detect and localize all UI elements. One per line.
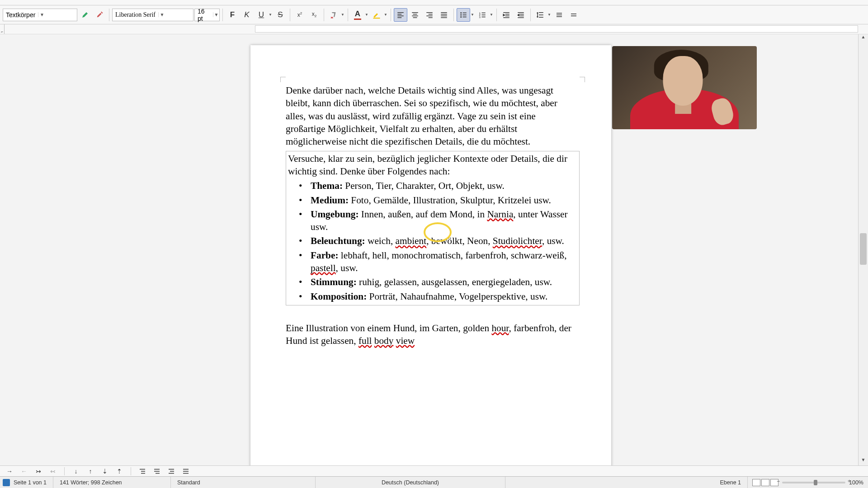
list-item: Beleuchtung: weich, ambient, bewölkt, Ne… — [302, 235, 577, 247]
align-right-button[interactable] — [423, 8, 436, 22]
align-justify-button[interactable] — [437, 8, 451, 22]
back-arrow-icon[interactable]: ← — [18, 466, 30, 476]
scroll-thumb[interactable] — [860, 233, 867, 265]
move-up-icon[interactable]: ↑ — [85, 466, 96, 476]
page-content[interactable]: Denke darüber nach, welche Details wicht… — [286, 84, 580, 349]
outline-level1-icon[interactable] — [137, 466, 148, 476]
font-name-combo[interactable]: Liberation Serif ▼ — [112, 9, 193, 21]
font-size-value: 16 pt — [195, 8, 213, 22]
move-down-icon[interactable]: ↓ — [70, 466, 82, 476]
intro-paragraph[interactable]: Denke darüber nach, welche Details wicht… — [286, 84, 561, 148]
italic-button[interactable]: K — [240, 8, 254, 22]
status-language[interactable]: Deutsch (Deutschland) — [316, 477, 505, 488]
font-name-value: Liberation Serif — [113, 11, 158, 19]
single-page-view-icon[interactable] — [752, 479, 760, 486]
increase-para-spacing-button[interactable] — [552, 8, 566, 22]
chevron-down-icon[interactable]: ▼ — [547, 13, 552, 17]
chevron-down-icon[interactable]: ▼ — [383, 13, 388, 17]
ruler: ⌐ — [0, 24, 868, 34]
formatting-toolbar: Textkörper ▼ Liberation Serif ▼ 16 pt ▼ … — [0, 5, 868, 24]
forward-end-icon[interactable]: ↣ — [33, 466, 44, 476]
chevron-down-icon: ▼ — [38, 12, 45, 17]
margin-corner-icon — [280, 77, 286, 82]
superscript-button[interactable]: x2 — [293, 8, 307, 22]
list-item: Medium: Foto, Gemälde, Illustration, Sku… — [302, 194, 577, 206]
paragraph-style-combo[interactable]: Textkörper ▼ — [3, 9, 77, 21]
box-lead[interactable]: Versuche, klar zu sein, bezüglich jeglic… — [288, 152, 577, 178]
numbered-list-button[interactable]: 123 — [476, 8, 489, 22]
multi-page-view-icon[interactable] — [761, 479, 769, 486]
paragraph-style-value: Textkörper — [3, 11, 38, 19]
outline-level3-icon[interactable] — [165, 466, 177, 476]
svg-point-3 — [460, 16, 462, 18]
bold-button[interactable]: F — [226, 8, 239, 22]
decrease-para-spacing-button[interactable] — [567, 8, 580, 22]
font-color-button[interactable]: A — [351, 8, 364, 22]
list-item: Farbe: lebhaft, hell, monochromatisch, f… — [302, 249, 577, 275]
status-page-style[interactable]: Standard — [171, 477, 316, 488]
webcam-overlay — [612, 46, 757, 129]
chevron-down-icon[interactable]: ▼ — [268, 13, 273, 17]
page[interactable]: Denke darüber nach, welche Details wicht… — [250, 45, 611, 465]
list-item: Umgebung: Innen, außen, auf dem Mond, in… — [302, 208, 577, 234]
tips-box: Versuche, klar zu sein, bezüglich jeglic… — [286, 151, 580, 305]
status-word-count[interactable]: 141 Wörter; 998 Zeichen — [53, 477, 171, 488]
align-left-button[interactable] — [394, 8, 407, 22]
promote-icon[interactable]: ⇣ — [99, 466, 111, 476]
highlight-color-button[interactable] — [370, 8, 383, 22]
document-workspace: Denke darüber nach, welche Details wicht… — [0, 34, 868, 465]
forward-arrow-icon[interactable]: → — [4, 466, 15, 476]
underline-button[interactable]: U — [255, 8, 268, 22]
navigation-toolbar: → ← ↣ ↢ ↓ ↑ ⇣ ⇡ — [0, 465, 868, 476]
chevron-down-icon[interactable]: ▼ — [364, 13, 369, 17]
outro-paragraph[interactable]: Eine Illustration von einem Hund, im Gar… — [286, 322, 580, 347]
zoom-knob[interactable] — [814, 480, 817, 485]
decrease-indent-button[interactable] — [514, 8, 528, 22]
outline-level2-icon[interactable] — [151, 466, 163, 476]
svg-rect-0 — [373, 18, 380, 19]
font-size-combo[interactable]: 16 pt ▼ — [194, 9, 220, 21]
app-icon — [3, 479, 10, 486]
zoom-percent[interactable]: 100% — [849, 479, 863, 486]
horizontal-ruler[interactable] — [255, 25, 858, 33]
chevron-down-icon[interactable]: ▼ — [340, 13, 345, 17]
subscript-button[interactable]: x2 — [307, 8, 321, 22]
svg-text:3: 3 — [479, 15, 481, 18]
bullet-list-button[interactable] — [457, 8, 470, 22]
align-center-button[interactable] — [408, 8, 422, 22]
list-item: Stimmung: ruhig, gelassen, ausgelassen, … — [302, 276, 577, 288]
clear-formatting-button[interactable] — [327, 8, 340, 22]
scroll-track[interactable] — [859, 42, 868, 457]
menu-bar-clipped — [0, 0, 868, 5]
list-item: Thema: Person, Tier, Charakter, Ort, Obj… — [302, 179, 577, 192]
chevron-down-icon[interactable]: ▼ — [489, 13, 494, 17]
vertical-scrollbar[interactable]: ▲ ▼ — [858, 34, 868, 465]
back-end-icon[interactable]: ↢ — [47, 466, 59, 476]
status-bar: Seite 1 von 1 141 Wörter; 998 Zeichen St… — [0, 476, 868, 488]
zoom-slider[interactable] — [782, 482, 845, 483]
update-style-icon[interactable] — [78, 8, 92, 22]
svg-point-2 — [460, 14, 462, 15]
chevron-down-icon: ▼ — [213, 12, 219, 17]
view-mode-icons[interactable] — [752, 479, 778, 486]
vertical-ruler-corner: ⌐ — [0, 24, 5, 34]
chevron-down-icon[interactable]: ▼ — [470, 13, 475, 17]
strikethrough-button[interactable]: S — [274, 8, 287, 22]
status-layer[interactable]: Ebene 1 — [713, 477, 748, 488]
demote-icon[interactable]: ⇡ — [113, 466, 125, 476]
new-style-icon[interactable] — [93, 8, 106, 22]
tips-list: Thema: Person, Tier, Charakter, Ort, Obj… — [288, 179, 577, 303]
line-spacing-button[interactable] — [533, 8, 547, 22]
increase-indent-button[interactable] — [500, 8, 513, 22]
scroll-down-icon[interactable]: ▼ — [859, 457, 868, 465]
scroll-up-icon[interactable]: ▲ — [859, 34, 868, 42]
margin-corner-icon — [580, 77, 585, 82]
list-item: Komposition: Porträt, Nahaufnahme, Vogel… — [302, 290, 577, 303]
outline-all-icon[interactable] — [180, 466, 192, 476]
chevron-down-icon: ▼ — [158, 12, 165, 17]
svg-point-1 — [460, 12, 462, 14]
